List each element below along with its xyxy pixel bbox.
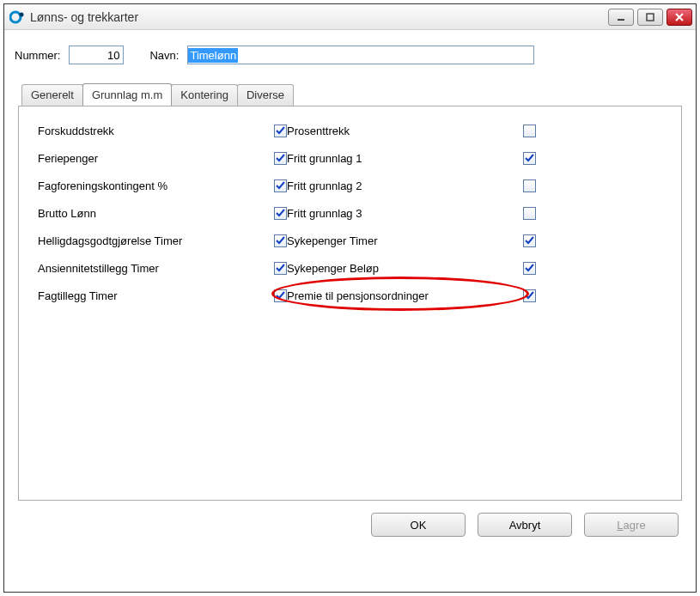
checkbox-row: Forskuddstrekk [38, 122, 287, 139]
checkbox[interactable] [274, 207, 287, 220]
checkbox-label: Brutto Lønn [38, 207, 96, 220]
checkbox-label: Fagtillegg Timer [38, 289, 117, 302]
checkbox[interactable] [274, 289, 287, 302]
close-button[interactable] [667, 9, 692, 26]
svg-rect-3 [647, 14, 654, 21]
navn-input[interactable]: Timelønn [187, 46, 534, 64]
dialog-window: Lønns- og trekkarter Nummer: Navn: Timel… [3, 3, 697, 593]
checkbox-label: Premie til pensjonsordninger [287, 289, 429, 302]
checkbox-row: Sykepenger Beløp [287, 259, 536, 277]
nummer-label: Nummer: [15, 49, 60, 62]
client-area: Nummer: Navn: Timelønn Generelt Grunnlag… [4, 30, 696, 545]
checkbox-row: Prosenttrekk [287, 122, 536, 139]
app-icon [9, 9, 25, 25]
lagre-button[interactable]: Lagre [584, 513, 679, 537]
checkbox-label: Fagforeningskontingent % [38, 179, 167, 192]
checkbox-row: Fritt grunnlag 3 [287, 204, 536, 222]
checkbox-label: Fritt grunnlag 1 [287, 152, 362, 165]
checkbox-row: Fritt grunnlag 1 [287, 149, 536, 167]
svg-point-0 [10, 12, 21, 22]
window-buttons [608, 9, 692, 26]
checkbox-label: Forskuddstrekk [38, 125, 114, 137]
checkbox[interactable] [523, 179, 536, 192]
nummer-input[interactable] [69, 46, 124, 64]
checkbox-row: Feriepenger [38, 149, 287, 167]
checkbox[interactable] [274, 234, 287, 247]
tab-generelt[interactable]: Generelt [21, 84, 83, 106]
checkbox[interactable] [274, 125, 287, 137]
checkbox[interactable] [523, 125, 536, 137]
checkbox-row: Sykepenger Timer [287, 232, 536, 249]
checkbox-label: Ansiennitetstillegg Timer [38, 262, 159, 275]
checkbox-row: Helligdagsgodtgjørelse Timer [38, 232, 287, 249]
checkbox[interactable] [274, 179, 287, 192]
checkbox-label: Feriepenger [38, 152, 98, 165]
checkbox-row: Fagforeningskontingent % [38, 177, 287, 194]
tab-diverse[interactable]: Diverse [237, 84, 294, 106]
checkbox-row: Premie til pensjonsordninger [287, 287, 536, 304]
checkbox-label: Prosenttrekk [287, 125, 350, 137]
ok-button[interactable]: OK [371, 513, 466, 537]
header-row: Nummer: Navn: Timelønn [15, 46, 682, 64]
checkbox-row: Fritt grunnlag 2 [287, 177, 536, 194]
titlebar: Lønns- og trekkarter [4, 4, 696, 30]
checkbox[interactable] [274, 262, 287, 275]
svg-rect-2 [618, 19, 624, 21]
checkbox[interactable] [523, 152, 536, 165]
checkbox-label: Fritt grunnlag 3 [287, 207, 362, 220]
checkbox-row: Fagtillegg Timer [38, 287, 287, 304]
checkbox-row: Ansiennitetstillegg Timer [38, 259, 287, 277]
checkbox[interactable] [523, 207, 536, 220]
checkbox-label: Helligdagsgodtgjørelse Timer [38, 234, 182, 247]
checkbox[interactable] [523, 262, 536, 275]
avbryt-button[interactable]: Avbryt [478, 513, 572, 537]
checkbox-label: Sykepenger Timer [287, 234, 378, 247]
checkbox[interactable] [274, 152, 287, 165]
tabs: Generelt Grunnlag m.m Kontering Diverse … [18, 83, 682, 501]
minimize-button[interactable] [608, 9, 634, 26]
navn-label: Navn: [149, 49, 179, 62]
checkbox[interactable] [523, 289, 536, 302]
checkbox[interactable] [523, 234, 536, 247]
tab-panel: ForskuddstrekkFeriepengerFagforeningskon… [18, 106, 682, 501]
window-title: Lønns- og trekkarter [30, 10, 608, 24]
left-column: ForskuddstrekkFeriepengerFagforeningskon… [38, 122, 287, 304]
checkbox-row: Brutto Lønn [38, 204, 287, 222]
checkbox-label: Sykepenger Beløp [287, 262, 379, 275]
dialog-buttons: OK Avbryt Lagre [18, 513, 682, 537]
tab-grunnlag[interactable]: Grunnlag m.m [82, 83, 172, 106]
navn-selected-text: Timelønn [188, 48, 238, 63]
right-column: ProsenttrekkFritt grunnlag 1Fritt grunnl… [287, 122, 536, 304]
tab-kontering[interactable]: Kontering [171, 84, 238, 106]
svg-point-1 [20, 12, 24, 16]
maximize-button[interactable] [637, 9, 663, 26]
checkbox-label: Fritt grunnlag 2 [287, 179, 362, 192]
